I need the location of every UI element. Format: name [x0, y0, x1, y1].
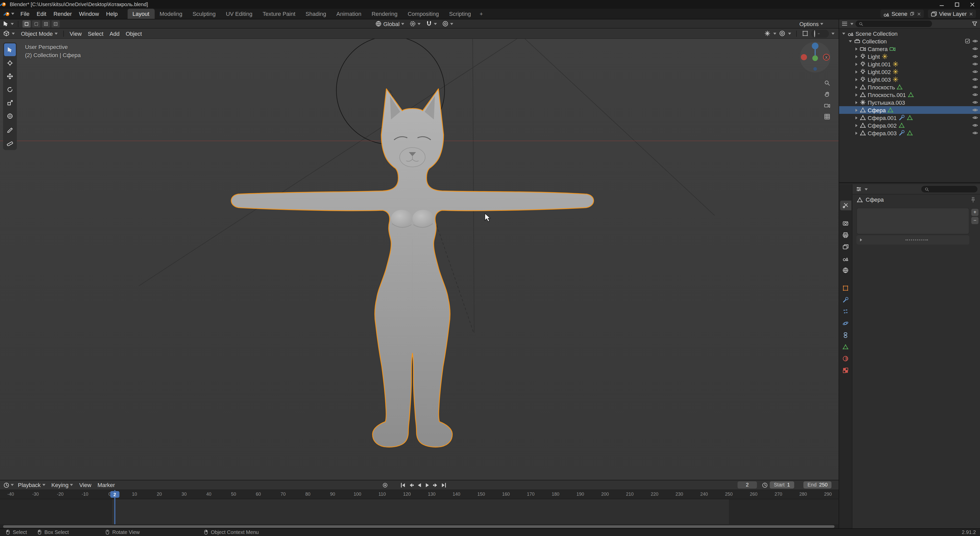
panel-expand-arrow[interactable] [860, 239, 862, 242]
workspace-tab-rendering[interactable]: Rendering [366, 9, 403, 19]
properties-search-input[interactable] [921, 186, 977, 192]
auto-keying-button[interactable] [382, 482, 388, 488]
outliner-row-сфера-002[interactable]: Сфера.002 [839, 121, 980, 129]
tool-rotate-button[interactable] [4, 83, 16, 96]
close-x-icon[interactable] [917, 11, 921, 16]
disclosure-arrow[interactable] [856, 93, 858, 96]
axis-z-ball[interactable] [812, 43, 818, 49]
workspace-tab-modeling[interactable]: Modeling [154, 9, 187, 19]
timeline-menu-marker[interactable]: Marker [94, 482, 118, 488]
disclosure-arrow[interactable] [856, 78, 858, 81]
end-frame-field[interactable]: End250 [803, 481, 832, 488]
pivot-point-dropdown[interactable] [409, 21, 421, 27]
show-gizmo-icon[interactable] [764, 30, 771, 37]
tool-annotate-button[interactable] [4, 123, 16, 136]
outliner-row-light-002[interactable]: Light.002 [839, 68, 980, 76]
disclosure-arrow[interactable] [849, 40, 852, 42]
disclosure-arrow[interactable] [856, 70, 858, 73]
camera-view-icon[interactable] [824, 102, 830, 109]
tool-select-box-button[interactable] [4, 43, 16, 56]
properties-tab-view-layer[interactable] [840, 242, 851, 252]
viewport-menu-object[interactable]: Object [123, 30, 145, 37]
shading-material-button[interactable] [821, 33, 823, 34]
hide-in-viewport-eye-icon[interactable] [972, 38, 978, 45]
workspace-tab-shading[interactable]: Shading [301, 9, 331, 19]
timeline-tracks[interactable] [0, 499, 838, 524]
select-mode-tweak-button[interactable] [22, 20, 30, 27]
hide-in-viewport-eye-icon[interactable] [972, 84, 978, 91]
outliner-row-пустышка-003[interactable]: Пустышка.003 [839, 99, 980, 106]
viewport-menu-add[interactable]: Add [107, 30, 123, 37]
properties-tab-material[interactable] [840, 354, 851, 363]
hide-in-viewport-eye-icon[interactable] [972, 122, 978, 129]
menu-edit[interactable]: Edit [33, 11, 50, 17]
options-dropdown[interactable]: Options [799, 21, 838, 27]
outliner-row-light[interactable]: Light [839, 52, 980, 60]
select-mode-new-button[interactable] [32, 20, 40, 27]
copy-icon[interactable] [910, 11, 915, 16]
menu-file[interactable]: File [17, 11, 33, 17]
properties-tab-world[interactable] [840, 266, 851, 275]
navigation-gizmo[interactable]: X [799, 41, 832, 75]
outliner-row-light-003[interactable]: Light.003 [839, 76, 980, 83]
jump-start-button[interactable] [399, 481, 406, 488]
menu-render[interactable]: Render [50, 11, 75, 17]
disclosure-arrow[interactable] [856, 132, 858, 135]
tool-move-button[interactable] [4, 70, 16, 83]
properties-tab-scene[interactable] [840, 254, 851, 263]
pin-icon[interactable] [970, 196, 977, 203]
properties-editor-icon[interactable] [856, 186, 862, 192]
collection-checkbox[interactable] [965, 38, 970, 44]
play-button[interactable] [424, 481, 431, 488]
properties-tab-render[interactable] [840, 218, 851, 228]
disclosure-arrow[interactable] [856, 47, 858, 50]
outliner-row-сфера-003[interactable]: Сфера.003 [839, 129, 980, 137]
outliner-row-плоскость[interactable]: Плоскость [839, 83, 980, 91]
close-x-icon[interactable] [969, 11, 974, 16]
properties-tab-constraints[interactable] [840, 330, 851, 340]
properties-tab-object[interactable] [840, 283, 851, 293]
pan-hand-icon[interactable] [824, 91, 830, 97]
hide-in-viewport-eye-icon[interactable] [972, 91, 978, 98]
select-mode-add-button[interactable] [42, 20, 50, 27]
axis-z-neg-ball[interactable] [813, 67, 817, 71]
tool-scale-button[interactable] [4, 97, 16, 109]
next-key-button[interactable] [432, 481, 439, 488]
play-back-button[interactable] [415, 481, 423, 488]
proportional-editing-dropdown[interactable] [442, 21, 453, 27]
add-workspace-button[interactable]: + [476, 9, 487, 19]
outliner-row-collection[interactable]: Collection [839, 37, 980, 45]
blender-menu-button[interactable] [0, 11, 17, 17]
workspace-tab-layout[interactable]: Layout [127, 9, 154, 19]
outliner-row-scene-collection[interactable]: Scene Collection [839, 30, 980, 37]
prev-key-button[interactable] [407, 481, 414, 488]
xray-toggle-icon[interactable] [802, 30, 808, 37]
outliner-row-сфера[interactable]: Сфера [839, 106, 980, 114]
properties-tab-modifiers[interactable] [840, 295, 851, 305]
tool-transform-button[interactable] [4, 110, 16, 122]
disclosure-arrow[interactable] [856, 55, 858, 58]
outliner-row-camera[interactable]: Camera [839, 45, 980, 52]
active-tool-icon[interactable] [3, 21, 9, 27]
axis-x-neg-ball[interactable] [801, 54, 807, 60]
disclosure-arrow[interactable] [856, 101, 858, 104]
menu-window[interactable]: Window [76, 11, 103, 17]
menu-help[interactable]: Help [103, 11, 121, 17]
disclosure-arrow[interactable] [856, 62, 858, 65]
properties-tab-tool[interactable] [840, 200, 851, 210]
character-model[interactable] [231, 89, 593, 447]
hide-in-viewport-eye-icon[interactable] [972, 99, 978, 106]
maximize-button[interactable] [950, 0, 965, 9]
properties-tab-texture[interactable] [840, 366, 851, 375]
tool-measure-button[interactable] [4, 136, 16, 149]
properties-list-box[interactable] [856, 208, 969, 234]
tool-cursor-button[interactable] [4, 57, 16, 69]
collapsed-panel-row[interactable] [856, 235, 969, 245]
view-layer-selector[interactable]: View Layer [928, 10, 976, 18]
mode-dropdown[interactable]: Object Mode [18, 30, 61, 37]
overlays-icon[interactable] [779, 30, 786, 37]
hide-in-viewport-eye-icon[interactable] [972, 107, 978, 113]
disclosure-arrow[interactable] [856, 124, 858, 127]
playhead-frame-label[interactable]: 2 [110, 491, 119, 498]
hide-in-viewport-eye-icon[interactable] [972, 45, 978, 52]
